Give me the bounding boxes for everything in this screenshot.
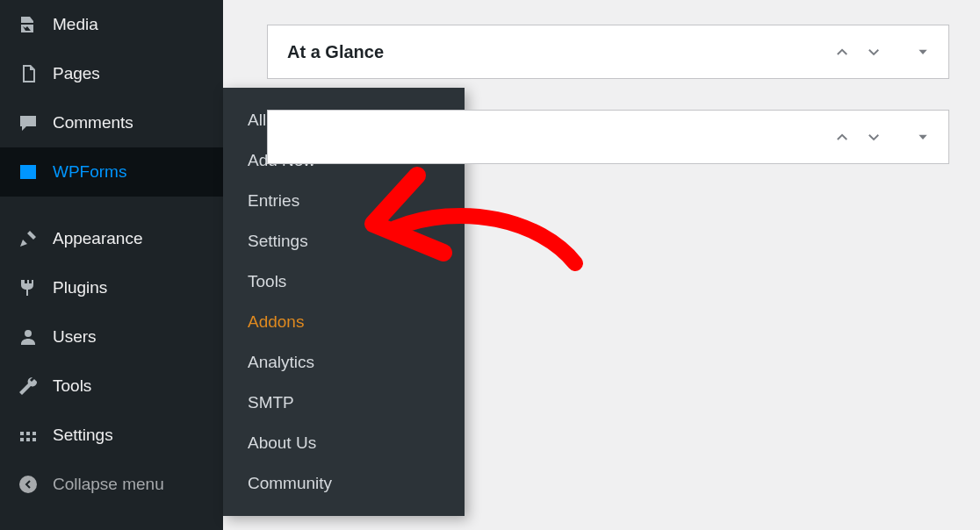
sidebar-item-comments[interactable]: Comments [0,98,223,147]
panel-controls [834,129,929,145]
content-area: At a Glance [223,0,980,530]
sidebar-item-appearance[interactable]: Appearance [0,214,223,263]
sidebar-item-collapse[interactable]: Collapse menu [0,460,223,509]
appearance-icon [16,226,40,251]
media-icon [16,12,40,37]
sidebar-item-label: Users [53,327,97,347]
chevron-up-icon[interactable] [834,129,850,145]
sidebar-item-tools[interactable]: Tools [0,362,223,411]
at-a-glance-panel: At a Glance [267,25,949,79]
sidebar-item-label: Appearance [53,229,142,248]
sidebar-item-wpforms[interactable]: WPForms [0,147,223,197]
sidebar-item-label: WPForms [53,162,126,182]
admin-sidebar: Media Pages Comments WPForms Appearance … [0,0,223,530]
comments-icon [16,111,40,135]
sidebar-item-label: Media [53,15,98,34]
svg-point-0 [19,476,37,493]
collapse-icon [16,472,40,497]
sidebar-item-media[interactable]: Media [0,0,223,49]
secondary-panel [267,110,949,164]
chevron-up-icon[interactable] [834,44,850,60]
caret-down-icon[interactable] [917,131,929,143]
sidebar-item-label: Pages [53,64,100,83]
sidebar-item-settings[interactable]: Settings [0,411,223,460]
sidebar-item-pages[interactable]: Pages [0,49,223,98]
chevron-down-icon[interactable] [866,129,882,145]
settings-icon [16,423,40,448]
plugins-icon [16,276,40,300]
sidebar-item-label: Comments [53,113,133,132]
sidebar-item-label: Collapse menu [53,475,164,494]
users-icon [16,325,40,349]
sidebar-item-label: Plugins [53,278,107,297]
sidebar-item-label: Settings [53,426,113,445]
panel-title: At a Glance [287,42,834,62]
sidebar-item-plugins[interactable]: Plugins [0,263,223,312]
chevron-down-icon[interactable] [866,44,882,60]
pages-icon [16,61,40,86]
tools-icon [16,374,40,398]
caret-down-icon[interactable] [917,46,929,58]
sidebar-item-label: Tools [53,376,91,396]
wpforms-icon [16,160,40,184]
sidebar-item-users[interactable]: Users [0,312,223,362]
panel-controls [834,44,929,60]
